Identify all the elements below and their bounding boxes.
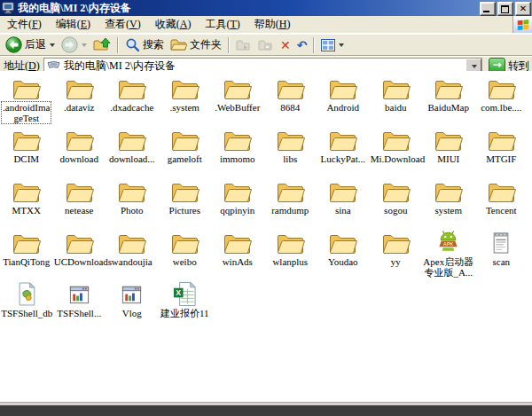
file-item[interactable]: MTXX — [0, 177, 53, 228]
maximize-icon — [501, 5, 509, 13]
menu-T[interactable]: 工具(T) — [198, 15, 246, 34]
app-window-icon — [67, 279, 91, 307]
folder-icon — [381, 74, 411, 101]
file-item[interactable]: LuckyPat... — [317, 125, 370, 177]
folder-icon — [487, 74, 516, 101]
move-to-button[interactable] — [233, 38, 254, 52]
file-item-label: system — [434, 205, 463, 216]
menu-F[interactable]: 文件(F) — [0, 15, 49, 34]
window-bottom-edge — [0, 402, 532, 405]
file-item[interactable]: MIUI — [422, 125, 475, 177]
folder-icon — [276, 228, 305, 255]
file-item[interactable]: DCIM — [0, 125, 53, 177]
file-item[interactable]: immomo — [211, 125, 264, 177]
file-item[interactable]: netease — [53, 177, 106, 228]
folder-icon — [276, 177, 305, 204]
file-item[interactable]: baidu — [370, 74, 423, 125]
file-item[interactable]: Pictures — [159, 177, 212, 228]
toolbar-separator — [117, 37, 119, 53]
file-item[interactable]: .system — [159, 74, 212, 125]
search-label: 搜索 — [143, 37, 164, 52]
file-item-label: Photo — [120, 205, 145, 216]
file-item[interactable]: UCDownloads — [53, 228, 106, 279]
file-item[interactable]: .dataviz — [53, 74, 106, 125]
file-item[interactable]: BaiduMap — [422, 74, 475, 125]
forward-button[interactable] — [59, 35, 90, 54]
views-button[interactable] — [318, 38, 347, 52]
file-item[interactable]: MTGIF — [475, 125, 528, 177]
file-item-label: .dxadcache — [109, 102, 154, 113]
file-item[interactable]: Vlog — [106, 279, 159, 331]
file-item[interactable]: yy — [370, 228, 423, 279]
file-item[interactable]: libs — [264, 125, 317, 177]
file-item[interactable]: scan — [475, 228, 528, 279]
file-item-label: .androidIma geTest — [2, 102, 51, 123]
file-item[interactable]: download... — [106, 125, 159, 177]
folder-icon — [381, 125, 411, 153]
file-item[interactable]: qqpinyin — [211, 177, 264, 228]
maximize-button[interactable] — [497, 2, 513, 16]
delete-button[interactable]: ✕ — [278, 38, 293, 52]
file-item-label: Mi.Download — [370, 153, 422, 164]
file-item-label: DCIM — [12, 153, 40, 164]
minimize-button[interactable] — [480, 2, 496, 16]
up-button[interactable] — [90, 36, 113, 53]
file-item[interactable]: sogou — [370, 177, 423, 228]
menu-E[interactable]: 编辑(E) — [49, 15, 98, 34]
file-item[interactable]: system — [422, 177, 475, 228]
file-item[interactable]: winAds — [211, 228, 264, 279]
file-item[interactable]: wandoujia — [106, 228, 159, 279]
file-item[interactable]: TSFShell_db — [0, 279, 53, 331]
file-item[interactable]: ramdump — [264, 177, 317, 228]
forward-dropdown-icon[interactable] — [82, 43, 87, 47]
minimize-icon — [483, 11, 489, 12]
file-item-label: BaiduMap — [427, 102, 470, 113]
search-button[interactable]: 搜索 — [122, 36, 167, 53]
menu-V[interactable]: 查看(V) — [98, 15, 148, 34]
file-item[interactable]: .dxadcache — [106, 74, 159, 125]
folder-icon — [12, 74, 41, 101]
back-button[interactable]: 后退 — [3, 35, 58, 54]
file-item[interactable]: Mi.Download — [370, 125, 423, 177]
file-item[interactable]: sina — [317, 177, 370, 228]
folders-button[interactable]: 文件夹 — [168, 36, 224, 53]
file-item[interactable]: 8684 — [264, 74, 317, 125]
file-item[interactable]: X建业报价11 — [159, 279, 212, 331]
app-window-icon — [120, 279, 144, 307]
folder-icon — [434, 74, 463, 101]
back-dropdown-icon[interactable] — [50, 43, 55, 47]
file-item[interactable]: com.lbe.... — [475, 74, 528, 125]
file-item[interactable]: wlanplus — [264, 228, 317, 279]
folder-icon — [65, 177, 94, 204]
db-file-icon — [16, 279, 37, 307]
file-item-label: wandoujia — [111, 256, 153, 267]
forward-icon — [61, 36, 78, 53]
file-item[interactable]: Photo — [106, 177, 159, 228]
file-item[interactable]: weibo — [159, 228, 212, 279]
file-item[interactable]: TSFShell... — [53, 279, 106, 331]
menu-A[interactable]: 收藏(A) — [148, 15, 199, 34]
folder-icon — [328, 74, 357, 101]
file-item[interactable]: APKApex启动器 专业版_A... — [422, 228, 475, 279]
windows-logo-icon — [512, 16, 532, 33]
file-item-label: baidu — [384, 102, 407, 113]
folder-icon — [12, 125, 41, 153]
file-item[interactable]: .androidIma geTest — [0, 74, 53, 125]
file-item[interactable]: Youdao — [317, 228, 370, 279]
folder-icon — [117, 74, 146, 101]
menu-bar: 文件(F)编辑(E)查看(V)收藏(A)工具(T)帮助(H) — [0, 16, 532, 34]
folder-icon — [381, 177, 411, 204]
undo-button[interactable]: ↶ — [294, 38, 310, 52]
file-item[interactable]: download — [53, 125, 106, 177]
file-item[interactable]: gameloft — [159, 125, 212, 177]
file-item[interactable]: .WebBuffer — [211, 74, 264, 125]
file-item[interactable]: Tencent — [475, 177, 528, 228]
close-button[interactable]: ✕ — [515, 2, 531, 16]
menu-H[interactable]: 帮助(H) — [247, 15, 298, 34]
folder-icon — [223, 228, 252, 255]
views-dropdown-icon[interactable] — [339, 43, 344, 47]
file-item[interactable]: TianQiTong — [0, 228, 53, 279]
file-item-label: .WebBuffer — [214, 102, 261, 113]
copy-to-button[interactable] — [255, 38, 277, 52]
file-item[interactable]: Android — [317, 74, 370, 125]
